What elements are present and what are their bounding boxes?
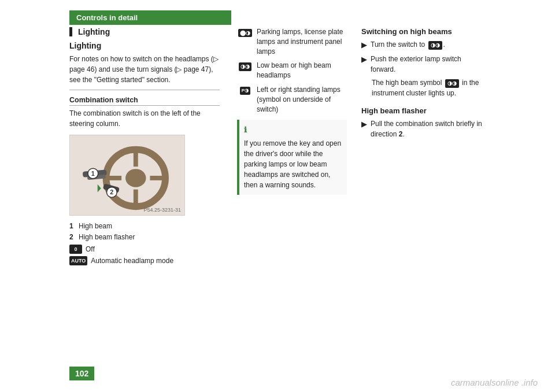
info-icon: ℹ bbox=[244, 124, 342, 136]
symbol-row-3: P◑ Left or right standing lamps (symbol … bbox=[237, 85, 347, 114]
svg-point-6 bbox=[125, 169, 146, 187]
bullet-push-switch: ▶ Push the exterior lamp switch forward. bbox=[361, 54, 486, 75]
badge-row-auto: AUTO Automatic headlamp mode bbox=[69, 256, 220, 265]
symbol-text-2: Low beam or high beam headlamps bbox=[257, 61, 347, 80]
bullet-text-2: Push the exterior lamp switch forward. bbox=[371, 54, 486, 75]
svg-text:2: 2 bbox=[110, 189, 113, 196]
high-beams-heading: Switching on high beams bbox=[361, 27, 486, 36]
watermark: carmanualsonline .info bbox=[451, 378, 538, 387]
symbol-row-2: ◑◑ Low beam or high beam headlamps bbox=[237, 61, 347, 80]
bullet-arrow-2: ▶ bbox=[361, 54, 367, 65]
badge-row-0: 0 Off bbox=[69, 245, 220, 254]
bullet-turn-switch: ▶ Turn the switch to ◑◑. bbox=[361, 39, 486, 51]
symbol-row-1: ⬤◑ Parking lamps, license plate lamps an… bbox=[237, 27, 347, 56]
section-header-bar: Controls in detail bbox=[69, 10, 231, 25]
caption-num-1: 1 bbox=[69, 221, 76, 231]
low-beam-icon: ◑◑ bbox=[237, 61, 253, 72]
badge-auto-desc: Automatic headlamp mode bbox=[91, 257, 173, 265]
steering-wheel-svg: 1 2 bbox=[70, 135, 184, 215]
high-beam-badge-inline: ◑◑ bbox=[428, 41, 442, 50]
parking-lamp-icon: ⬤◑ bbox=[237, 28, 253, 38]
badge-0-desc: Off bbox=[86, 245, 95, 253]
bullet-pull-switch: ▶ Pull the combination switch briefly in… bbox=[361, 119, 486, 139]
caption-row-2: 2 High beam flasher bbox=[69, 232, 220, 242]
combination-switch-text: The combination switch is on the left of… bbox=[69, 108, 220, 129]
svg-text:1: 1 bbox=[91, 170, 95, 177]
lighting-subtitle: Lighting bbox=[69, 41, 220, 50]
symbol-text-1: Parking lamps, license plate lamps and i… bbox=[257, 27, 347, 56]
high-beam-note: The high beam symbol ◑◑ in the instrumen… bbox=[361, 77, 486, 98]
caption-area: 1 High beam 2 High beam flasher bbox=[69, 221, 220, 242]
steering-wheel-image: 1 2 P54.25-3231-31 bbox=[69, 135, 185, 216]
info-text: If you remove the key and open the drive… bbox=[244, 139, 341, 189]
lighting-label: Lighting bbox=[69, 27, 220, 36]
bullet-arrow-3: ▶ bbox=[361, 119, 367, 130]
caption-row-1: 1 High beam bbox=[69, 221, 220, 231]
image-label: P54.25-3231-31 bbox=[143, 207, 181, 213]
body-text-lighting: For notes on how to switch on the headla… bbox=[69, 54, 220, 85]
symbol-text-3: Left or right standing lamps (symbol on … bbox=[257, 85, 347, 114]
combination-switch-heading: Combination switch bbox=[69, 96, 220, 106]
middle-column: ⬤◑ Parking lamps, license plate lamps an… bbox=[231, 27, 353, 392]
page-number: 102 bbox=[69, 367, 94, 380]
info-box: ℹ If you remove the key and open the dri… bbox=[237, 120, 347, 195]
left-column: Lighting Lighting For notes on how to sw… bbox=[69, 27, 231, 392]
bullet-flasher-text: Pull the combination switch briefly in d… bbox=[371, 119, 486, 139]
high-beam-symbol-badge: ◑◑ bbox=[445, 79, 459, 88]
high-beam-flasher-heading: High beam flasher bbox=[361, 106, 486, 115]
bullet-arrow-1: ▶ bbox=[361, 39, 367, 51]
caption-num-2: 2 bbox=[69, 232, 76, 242]
badge-0: 0 bbox=[69, 245, 82, 254]
right-column: Switching on high beams ▶ Turn the switc… bbox=[353, 27, 486, 392]
badge-auto: AUTO bbox=[69, 256, 87, 265]
divider bbox=[69, 90, 220, 90]
caption-text-2: High beam flasher bbox=[79, 232, 135, 242]
note-text: The high beam symbol ◑◑ in the instrumen… bbox=[372, 77, 486, 98]
standing-lamp-icon: P◑ bbox=[237, 86, 253, 96]
bullet-text-1: Turn the switch to ◑◑. bbox=[371, 39, 445, 50]
caption-text-1: High beam bbox=[79, 221, 112, 231]
